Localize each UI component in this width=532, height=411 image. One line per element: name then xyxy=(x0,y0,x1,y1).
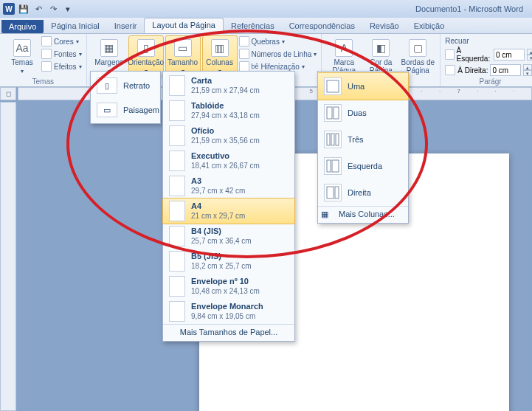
page-color-icon: ◧ xyxy=(372,39,390,57)
left-column-icon xyxy=(324,157,342,175)
ribbon-tabs: Arquivo Página Inicial Inserir Layout da… xyxy=(0,18,532,34)
page-icon xyxy=(169,176,185,196)
watermark-icon: A xyxy=(335,39,353,57)
line-numbers-icon xyxy=(239,49,249,59)
redo-icon[interactable]: ↷ xyxy=(47,3,59,15)
landscape-icon: ▭ xyxy=(97,103,117,117)
themes-label: Temas xyxy=(11,58,32,66)
undo-icon[interactable]: ↶ xyxy=(32,3,44,15)
tab-mailings[interactable]: Correspondências xyxy=(282,19,362,33)
size-envelope-monarch[interactable]: Envelope Monarch9,84 cm x 19,05 cm xyxy=(163,299,294,324)
tab-file[interactable]: Arquivo xyxy=(1,20,44,33)
size-b4[interactable]: B4 (JIS)25,7 cm x 36,4 cm xyxy=(163,224,294,249)
columns-menu: Uma Duas Três Esquerda Direita ▦ Mais Co… xyxy=(317,71,409,224)
page-icon xyxy=(169,201,185,221)
indent-left-icon xyxy=(445,49,454,60)
page-icon xyxy=(169,151,185,171)
size-tabloid[interactable]: Tablóide27,94 cm x 43,18 cm xyxy=(163,98,294,123)
page-icon xyxy=(169,276,185,297)
indent-left[interactable]: À Esquerda: ▴▾ xyxy=(445,46,532,63)
group-paragraph: Recuar À Esquerda: ▴▾ À Direita: ▴▾ Pará… xyxy=(441,34,532,86)
tab-view[interactable]: Exibição xyxy=(407,19,452,33)
spin-down-icon[interactable]: ▾ xyxy=(527,55,532,61)
columns-right[interactable]: Direita xyxy=(318,179,408,206)
indent-right-icon xyxy=(445,65,455,75)
page-borders-icon: ▢ xyxy=(409,39,426,57)
theme-effects-button[interactable]: Efeitos▾ xyxy=(41,61,82,72)
more-columns[interactable]: ▦ Mais Colunas... xyxy=(318,206,408,221)
theme-colors-button[interactable]: Cores▾ xyxy=(41,35,82,47)
svg-rect-6 xyxy=(327,160,331,172)
indent-right-input[interactable] xyxy=(490,64,521,76)
colors-icon xyxy=(41,36,52,46)
theme-fonts-button[interactable]: Fontes▾ xyxy=(41,48,82,60)
size-legal[interactable]: Ofício21,59 cm x 35,56 cm xyxy=(163,123,294,148)
orientation-portrait[interactable]: ▯ Retrato xyxy=(92,73,159,98)
page-icon xyxy=(169,125,185,146)
more-paper-sizes[interactable]: Mais Tamanhos de Papel... xyxy=(163,324,294,339)
columns-two[interactable]: Duas xyxy=(318,100,408,126)
word-app-icon: W xyxy=(3,3,15,15)
breaks-button[interactable]: Quebras▾ xyxy=(239,35,317,47)
page-icon xyxy=(169,301,185,322)
themes-button[interactable]: Aa Temas ▾ xyxy=(4,35,40,77)
size-a4[interactable]: A421 cm x 29,7 cm xyxy=(162,198,295,224)
indent-title: Recuar xyxy=(445,37,532,45)
page-icon xyxy=(169,226,185,246)
save-icon[interactable]: 💾 xyxy=(18,3,30,15)
group-themes: Aa Temas ▾ Cores▾ Fontes▾ Efeitos▾ Temas xyxy=(0,34,87,86)
svg-rect-0 xyxy=(327,80,339,92)
spin-up-icon[interactable]: ▴ xyxy=(523,64,532,70)
one-column-icon xyxy=(324,77,342,95)
right-column-icon xyxy=(324,184,342,201)
indent-left-input[interactable] xyxy=(494,49,525,61)
size-letter[interactable]: Carta21,59 cm x 27,94 cm xyxy=(163,73,294,98)
size-icon: ▭ xyxy=(174,39,192,57)
themes-icon: Aa xyxy=(13,39,31,57)
svg-rect-3 xyxy=(327,134,330,145)
columns-icon: ▥ xyxy=(211,39,229,57)
size-a3[interactable]: A329,7 cm x 42 cm xyxy=(163,173,294,198)
window-title: Documento1 - Microsoft Word xyxy=(415,4,523,13)
size-envelope10[interactable]: Envelope nº 1010,48 cm x 24,13 cm xyxy=(163,274,294,299)
size-executive[interactable]: Executivo18,41 cm x 26,67 cm xyxy=(163,148,294,173)
qat-more-icon[interactable]: ▾ xyxy=(62,3,74,15)
svg-rect-2 xyxy=(334,107,339,119)
size-menu: Carta21,59 cm x 27,94 cm Tablóide27,94 c… xyxy=(162,71,295,342)
hyphenation-icon xyxy=(239,61,249,72)
page-icon xyxy=(169,100,185,121)
fonts-icon xyxy=(41,49,52,59)
portrait-icon: ▯ xyxy=(97,77,117,94)
spin-up-icon[interactable]: ▴ xyxy=(527,49,532,55)
tab-references[interactable]: Referências xyxy=(224,19,282,33)
orientation-menu: ▯ Retrato ▭ Paisagem xyxy=(90,71,161,124)
group-label-themes: Temas xyxy=(4,77,82,86)
svg-rect-1 xyxy=(327,107,332,119)
svg-rect-7 xyxy=(332,160,339,172)
ruler-corner[interactable]: ◻ xyxy=(0,87,16,100)
tab-page-layout[interactable]: Layout da Página xyxy=(144,18,224,33)
margins-icon: ▦ xyxy=(100,39,118,57)
orientation-landscape[interactable]: ▭ Paisagem xyxy=(92,98,159,122)
svg-rect-4 xyxy=(331,134,334,145)
tab-insert[interactable]: Inserir xyxy=(107,19,145,33)
indent-right[interactable]: À Direita: ▴▾ xyxy=(445,64,532,76)
columns-one[interactable]: Uma xyxy=(317,72,409,100)
chevron-down-icon: ▾ xyxy=(21,68,24,75)
vertical-ruler[interactable] xyxy=(0,102,16,411)
svg-rect-5 xyxy=(336,134,339,145)
tab-home[interactable]: Página Inicial xyxy=(44,19,106,33)
line-numbers-button[interactable]: Números de Linha▾ xyxy=(239,48,317,60)
title-bar: W 💾 ↶ ↷ ▾ Documento1 - Microsoft Word xyxy=(0,0,532,18)
svg-rect-8 xyxy=(327,187,334,198)
effects-icon xyxy=(41,61,52,72)
two-column-icon xyxy=(324,104,342,122)
group-label-paragraph: Parágr xyxy=(445,77,532,86)
spin-down-icon[interactable]: ▾ xyxy=(523,70,532,76)
size-b5[interactable]: B5 (JIS)18,2 cm x 25,7 cm xyxy=(163,249,294,274)
quick-access-toolbar: 💾 ↶ ↷ ▾ xyxy=(18,3,74,15)
columns-left[interactable]: Esquerda xyxy=(318,153,408,179)
orientation-icon: ▯ xyxy=(137,39,155,57)
tab-review[interactable]: Revisão xyxy=(362,19,407,33)
columns-three[interactable]: Três xyxy=(318,126,408,153)
